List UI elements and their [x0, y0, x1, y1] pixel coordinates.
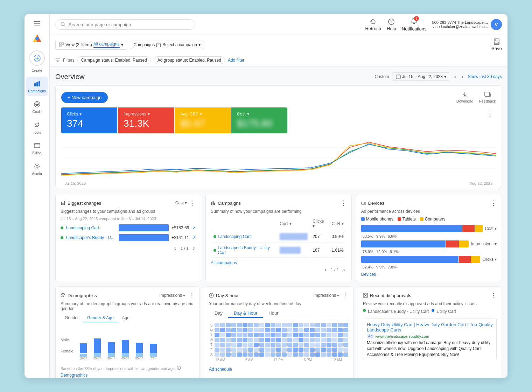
- biggest-changes-dropdown[interactable]: Cost ▾: [175, 201, 187, 205]
- date-chevron-icon: ▾: [444, 74, 446, 79]
- date-prev-button[interactable]: ‹: [453, 72, 457, 81]
- change-item-0: Landscaping Cart +$183.69 ↗: [61, 224, 196, 231]
- date-next-button[interactable]: ›: [460, 72, 465, 81]
- sidebar-item-campaigns[interactable]: Campaigns: [26, 77, 48, 96]
- devices-menu[interactable]: ⋮: [490, 199, 497, 207]
- next-campaign[interactable]: ›: [342, 265, 346, 274]
- heatmap-cell: [265, 338, 270, 342]
- show-last-30[interactable]: Show last 30 days: [468, 74, 502, 79]
- impressions-bar-dropdown[interactable]: Impressions ▾: [471, 241, 497, 246]
- heatmap-cell: [287, 352, 292, 357]
- account-info[interactable]: 500-263-6774 The Landscaper... vinod.nai…: [432, 19, 502, 30]
- admin-label: Admin: [32, 172, 42, 176]
- demographics-tabs: Gender Gender & Age Age: [61, 314, 194, 322]
- cost-bar-dropdown[interactable]: Cost ▾: [485, 226, 497, 231]
- create-button[interactable]: [29, 50, 45, 66]
- svg-rect-41: [213, 201, 214, 205]
- demographics-menu[interactable]: ⋮: [188, 292, 194, 299]
- demographics-dropdown[interactable]: Impressions ▾: [159, 293, 185, 298]
- heatmap-cell: [293, 338, 298, 342]
- metric-card-avg-cpc[interactable]: Avg. CPC ▾ $0.47: [175, 107, 231, 133]
- notifications-action[interactable]: 1 Notifications: [402, 18, 427, 31]
- metric-more-button[interactable]: ⋮: [484, 107, 496, 121]
- heatmap-cell: [259, 328, 264, 332]
- heatmap-cell: [282, 323, 287, 327]
- campaign-selector[interactable]: Campaigns (2) Select a campaign ▾: [130, 41, 204, 49]
- refresh-action[interactable]: Refresh: [365, 18, 381, 31]
- metric-card-impressions[interactable]: Impressions ▾ 31.3K: [118, 107, 174, 133]
- campaigns-pagination: ‹ 1 / 1 ›: [211, 265, 346, 274]
- sidebar-item-create[interactable]: Create: [26, 48, 48, 75]
- prev-change[interactable]: ‹: [173, 244, 177, 253]
- demographics-chart: Male Female 18-24 25-34 35-44 45-54 55-6…: [61, 326, 194, 363]
- heatmap-cell: [231, 323, 236, 327]
- heatmap-cell: [332, 323, 337, 327]
- campaigns-panel-menu[interactable]: ⋮: [340, 199, 346, 207]
- heatmap-cell: [248, 343, 253, 347]
- biggest-changes-menu[interactable]: ⋮: [190, 199, 196, 207]
- help-action[interactable]: ? Help: [387, 18, 396, 31]
- next-change[interactable]: ›: [191, 244, 196, 253]
- cost-mobile-seg: [361, 225, 462, 232]
- ad-title[interactable]: Heavy Duty Utility Cart | Heavy Duty Gar…: [367, 322, 493, 332]
- save-button[interactable]: Save: [491, 38, 502, 51]
- heatmap-cell: [304, 323, 309, 327]
- svg-rect-8: [38, 81, 40, 86]
- day-hour-menu[interactable]: ⋮: [342, 292, 348, 299]
- dh-tab-day-hour[interactable]: Day & Hour: [228, 309, 263, 318]
- change-link-1[interactable]: ↗: [192, 235, 196, 240]
- col-clicks[interactable]: Clicks ▾: [310, 217, 329, 230]
- disapprovals-subtitle: Review your recently disapproved ads and…: [363, 301, 497, 306]
- disapprovals-menu[interactable]: ⋮: [490, 292, 497, 299]
- prev-campaign[interactable]: ‹: [323, 265, 328, 274]
- hamburger-menu[interactable]: [31, 18, 43, 29]
- svg-rect-12: [34, 144, 40, 148]
- sidebar-item-billing[interactable]: Billing: [26, 139, 48, 158]
- search-bar[interactable]: [55, 19, 195, 30]
- day-hour-dropdown[interactable]: Impressions ▾: [313, 293, 339, 298]
- date-picker[interactable]: Jul 15 – Aug 22, 2023 ▾: [392, 72, 450, 81]
- change-link-0[interactable]: ↗: [192, 225, 196, 231]
- campaign-row-0: Landscaping Cart 207 0.99%: [211, 231, 345, 243]
- clicks-bar-dropdown[interactable]: Clicks ▾: [482, 257, 497, 262]
- all-campaigns-link[interactable]: All campaigns: [211, 260, 346, 265]
- biggest-changes-header: Biggest changes Cost ▾ ⋮: [61, 199, 196, 207]
- filter-chip-adgroup-status[interactable]: Ad group status: Enabled, Paused: [154, 56, 225, 64]
- devices-link[interactable]: Devices: [361, 272, 497, 277]
- disapproval-icon: [363, 293, 368, 298]
- sidebar-item-tools[interactable]: Tools: [26, 118, 48, 137]
- heatmap-cell: [271, 352, 275, 357]
- sidebar-item-goals[interactable]: Goals: [26, 97, 48, 117]
- svg-rect-7: [36, 82, 38, 86]
- click-tablet-seg: [459, 256, 470, 263]
- svg-text:25-34: 25-34: [93, 357, 101, 360]
- metric-card-clicks[interactable]: Clicks ▾ 374: [61, 107, 117, 133]
- col-ctr[interactable]: CTR ▾: [330, 217, 346, 230]
- demo-tab-age[interactable]: Age: [118, 314, 133, 322]
- heatmap-cell: [287, 333, 292, 337]
- sidebar-item-admin[interactable]: Admin: [26, 159, 48, 178]
- col-cost[interactable]: Cost ▾: [278, 217, 310, 230]
- demo-tab-gender[interactable]: Gender: [61, 314, 83, 322]
- new-campaign-button[interactable]: + New campaign: [61, 92, 108, 103]
- feedback-action[interactable]: Feedback: [479, 91, 496, 103]
- heatmap-cell: [248, 352, 253, 357]
- metric-card-cost[interactable]: Cost ▾ $175.80: [231, 107, 287, 133]
- view-selector[interactable]: View (2 filters) All campaigns ▾: [55, 40, 127, 50]
- demographics-link[interactable]: Demographics: [61, 373, 194, 378]
- dh-tab-day[interactable]: Day: [209, 309, 228, 318]
- search-input[interactable]: [69, 22, 190, 27]
- svg-rect-24: [495, 42, 498, 44]
- heatmap-cell: [282, 343, 287, 347]
- demo-tab-gender-age[interactable]: Gender & Age: [83, 314, 118, 322]
- campaigns-table: Cost ▾ Clicks ▾ CTR ▾: [211, 217, 346, 258]
- clicks-bar-labels: 82.4% 9.9% 7.8%: [361, 265, 497, 269]
- dh-tab-hour[interactable]: Hour: [263, 309, 284, 318]
- ad-schedule-link[interactable]: Ad schedule: [209, 367, 348, 372]
- heatmap-row-6: S: [209, 352, 348, 357]
- add-filter-button[interactable]: Add filter: [228, 58, 244, 63]
- filter-chip-campaign-status[interactable]: Campaign status: Enabled, Paused: [77, 56, 151, 64]
- heatmap-cell: [343, 352, 348, 357]
- download-action[interactable]: Download: [456, 91, 474, 103]
- heatmap-cell: [248, 328, 253, 332]
